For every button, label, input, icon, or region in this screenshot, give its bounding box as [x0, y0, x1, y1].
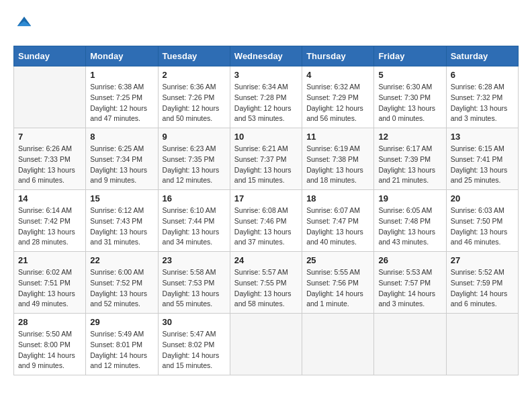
- calendar-cell: 21Sunrise: 6:02 AM Sunset: 7:51 PM Dayli…: [14, 252, 86, 314]
- calendar-cell: 12Sunrise: 6:17 AM Sunset: 7:39 PM Dayli…: [374, 128, 446, 190]
- calendar-table: SundayMondayTuesdayWednesdayThursdayFrid…: [13, 46, 519, 375]
- day-number: 4: [306, 70, 369, 80]
- calendar-cell: 18Sunrise: 6:07 AM Sunset: 7:47 PM Dayli…: [302, 190, 374, 252]
- calendar-week-1: 1Sunrise: 6:38 AM Sunset: 7:25 PM Daylig…: [14, 66, 519, 128]
- calendar-cell: 26Sunrise: 5:53 AM Sunset: 7:57 PM Dayli…: [374, 252, 446, 314]
- calendar-cell: 22Sunrise: 6:00 AM Sunset: 7:52 PM Dayli…: [86, 252, 158, 314]
- day-number: 12: [378, 132, 441, 142]
- column-header-sunday: Sunday: [14, 46, 86, 66]
- calendar-cell: 17Sunrise: 6:08 AM Sunset: 7:46 PM Dayli…: [230, 190, 302, 252]
- day-number: 22: [90, 255, 153, 265]
- day-number: 27: [451, 255, 514, 265]
- calendar-cell: 4Sunrise: 6:32 AM Sunset: 7:29 PM Daylig…: [302, 66, 374, 128]
- day-number: 20: [451, 193, 514, 203]
- column-header-thursday: Thursday: [302, 46, 374, 66]
- day-number: 13: [451, 132, 514, 142]
- day-number: 2: [163, 70, 226, 80]
- calendar-cell: 9Sunrise: 6:23 AM Sunset: 7:35 PM Daylig…: [158, 128, 230, 190]
- day-number: 25: [306, 255, 369, 265]
- day-info: Sunrise: 6:14 AM Sunset: 7:42 PM Dayligh…: [18, 205, 81, 248]
- calendar-cell: 8Sunrise: 6:25 AM Sunset: 7:34 PM Daylig…: [86, 128, 158, 190]
- calendar-cell: 30Sunrise: 5:47 AM Sunset: 8:02 PM Dayli…: [158, 314, 230, 375]
- day-number: 23: [163, 255, 226, 265]
- calendar-cell: [302, 314, 374, 375]
- page-header: [13, 13, 519, 35]
- calendar-cell: 27Sunrise: 5:52 AM Sunset: 7:59 PM Dayli…: [446, 252, 518, 314]
- logo: [13, 13, 34, 35]
- day-info: Sunrise: 6:19 AM Sunset: 7:38 PM Dayligh…: [306, 144, 369, 186]
- day-info: Sunrise: 6:00 AM Sunset: 7:52 PM Dayligh…: [90, 267, 153, 310]
- day-info: Sunrise: 6:21 AM Sunset: 7:37 PM Dayligh…: [234, 144, 298, 186]
- calendar-body: 1Sunrise: 6:38 AM Sunset: 7:25 PM Daylig…: [14, 66, 519, 375]
- day-number: 21: [18, 255, 81, 265]
- calendar-week-2: 7Sunrise: 6:26 AM Sunset: 7:33 PM Daylig…: [14, 128, 519, 190]
- column-header-friday: Friday: [374, 46, 446, 66]
- calendar-cell: 7Sunrise: 6:26 AM Sunset: 7:33 PM Daylig…: [14, 128, 86, 190]
- day-info: Sunrise: 6:30 AM Sunset: 7:30 PM Dayligh…: [378, 82, 441, 124]
- day-number: 29: [90, 317, 153, 327]
- calendar-cell: [446, 314, 518, 375]
- calendar-cell: 15Sunrise: 6:12 AM Sunset: 7:43 PM Dayli…: [86, 190, 158, 252]
- column-header-monday: Monday: [86, 46, 158, 66]
- day-info: Sunrise: 6:34 AM Sunset: 7:28 PM Dayligh…: [234, 82, 298, 124]
- day-info: Sunrise: 6:26 AM Sunset: 7:33 PM Dayligh…: [18, 144, 81, 186]
- day-info: Sunrise: 6:10 AM Sunset: 7:44 PM Dayligh…: [163, 205, 226, 248]
- calendar-week-5: 28Sunrise: 5:50 AM Sunset: 8:00 PM Dayli…: [14, 314, 519, 375]
- day-info: Sunrise: 5:57 AM Sunset: 7:55 PM Dayligh…: [234, 267, 298, 310]
- calendar-cell: 2Sunrise: 6:36 AM Sunset: 7:26 PM Daylig…: [158, 66, 230, 128]
- day-number: 14: [18, 193, 81, 203]
- calendar-cell: 6Sunrise: 6:28 AM Sunset: 7:32 PM Daylig…: [446, 66, 518, 128]
- day-number: 15: [90, 193, 153, 203]
- calendar-cell: 11Sunrise: 6:19 AM Sunset: 7:38 PM Dayli…: [302, 128, 374, 190]
- calendar-cell: 23Sunrise: 5:58 AM Sunset: 7:53 PM Dayli…: [158, 252, 230, 314]
- calendar-cell: 24Sunrise: 5:57 AM Sunset: 7:55 PM Dayli…: [230, 252, 302, 314]
- calendar-cell: 14Sunrise: 6:14 AM Sunset: 7:42 PM Dayli…: [14, 190, 86, 252]
- calendar-week-4: 21Sunrise: 6:02 AM Sunset: 7:51 PM Dayli…: [14, 252, 519, 314]
- day-info: Sunrise: 6:17 AM Sunset: 7:39 PM Dayligh…: [378, 144, 441, 186]
- day-info: Sunrise: 6:32 AM Sunset: 7:29 PM Dayligh…: [306, 82, 369, 124]
- day-number: 6: [451, 70, 514, 80]
- day-number: 1: [90, 70, 153, 80]
- calendar-cell: [14, 66, 86, 128]
- calendar-cell: [230, 314, 302, 375]
- day-number: 26: [378, 255, 441, 265]
- day-number: 24: [234, 255, 298, 265]
- calendar-week-3: 14Sunrise: 6:14 AM Sunset: 7:42 PM Dayli…: [14, 190, 519, 252]
- day-number: 17: [234, 193, 298, 203]
- day-info: Sunrise: 6:05 AM Sunset: 7:48 PM Dayligh…: [378, 205, 441, 248]
- calendar-cell: 13Sunrise: 6:15 AM Sunset: 7:41 PM Dayli…: [446, 128, 518, 190]
- day-info: Sunrise: 6:25 AM Sunset: 7:34 PM Dayligh…: [90, 144, 153, 186]
- day-info: Sunrise: 6:38 AM Sunset: 7:25 PM Dayligh…: [90, 82, 153, 124]
- calendar-cell: 20Sunrise: 6:03 AM Sunset: 7:50 PM Dayli…: [446, 190, 518, 252]
- day-info: Sunrise: 6:03 AM Sunset: 7:50 PM Dayligh…: [451, 205, 514, 248]
- day-number: 10: [234, 132, 298, 142]
- day-number: 11: [306, 132, 369, 142]
- day-info: Sunrise: 6:12 AM Sunset: 7:43 PM Dayligh…: [90, 205, 153, 248]
- calendar-cell: 28Sunrise: 5:50 AM Sunset: 8:00 PM Dayli…: [14, 314, 86, 375]
- day-info: Sunrise: 6:02 AM Sunset: 7:51 PM Dayligh…: [18, 267, 81, 310]
- day-info: Sunrise: 6:08 AM Sunset: 7:46 PM Dayligh…: [234, 205, 298, 248]
- calendar-cell: 25Sunrise: 5:55 AM Sunset: 7:56 PM Dayli…: [302, 252, 374, 314]
- column-header-wednesday: Wednesday: [230, 46, 302, 66]
- calendar-cell: 1Sunrise: 6:38 AM Sunset: 7:25 PM Daylig…: [86, 66, 158, 128]
- day-number: 30: [163, 317, 226, 327]
- column-header-saturday: Saturday: [446, 46, 518, 66]
- calendar-cell: 16Sunrise: 6:10 AM Sunset: 7:44 PM Dayli…: [158, 190, 230, 252]
- day-number: 7: [18, 132, 81, 142]
- calendar-cell: 19Sunrise: 6:05 AM Sunset: 7:48 PM Dayli…: [374, 190, 446, 252]
- day-number: 16: [163, 193, 226, 203]
- day-info: Sunrise: 5:52 AM Sunset: 7:59 PM Dayligh…: [451, 267, 514, 310]
- day-number: 8: [90, 132, 153, 142]
- day-info: Sunrise: 5:53 AM Sunset: 7:57 PM Dayligh…: [378, 267, 441, 310]
- day-number: 9: [163, 132, 226, 142]
- day-number: 5: [378, 70, 441, 80]
- day-number: 18: [306, 193, 369, 203]
- day-number: 3: [234, 70, 298, 80]
- day-info: Sunrise: 5:49 AM Sunset: 8:01 PM Dayligh…: [90, 329, 153, 371]
- day-info: Sunrise: 6:28 AM Sunset: 7:32 PM Dayligh…: [451, 82, 514, 124]
- calendar-cell: [374, 314, 446, 375]
- day-info: Sunrise: 5:55 AM Sunset: 7:56 PM Dayligh…: [306, 267, 369, 310]
- calendar-cell: 3Sunrise: 6:34 AM Sunset: 7:28 PM Daylig…: [230, 66, 302, 128]
- column-header-tuesday: Tuesday: [158, 46, 230, 66]
- day-number: 19: [378, 193, 441, 203]
